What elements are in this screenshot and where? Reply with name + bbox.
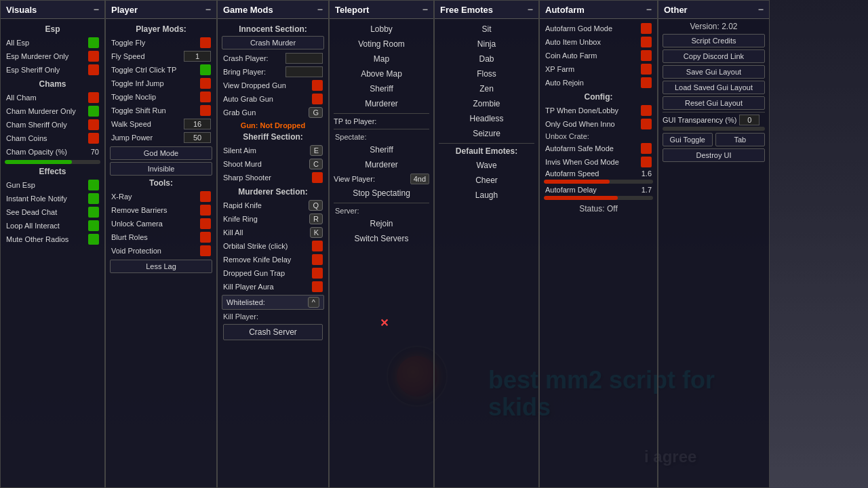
instant-role-toggle[interactable] [88,193,99,204]
esp-murderer-toggle[interactable] [88,51,99,62]
gun-esp-toggle[interactable] [88,180,99,190]
cham-opacity-slider[interactable] [5,160,100,164]
remove-knife-delay-toggle[interactable] [312,254,323,265]
tp-voting-room-btn[interactable]: Voting Room [334,37,429,52]
autofarm-delay-slider[interactable] [544,196,653,200]
void-protection-toggle[interactable] [200,245,211,256]
tp-map-btn[interactable]: Map [334,52,429,66]
cham-coins-toggle[interactable] [88,133,99,144]
toggle-inf-jump-btn[interactable] [200,78,211,89]
rejoin-btn[interactable]: Rejoin [334,216,429,231]
god-mode-btn[interactable]: God Mode [110,146,212,160]
loop-interact-toggle[interactable] [88,220,99,231]
emote-laugh-btn[interactable]: Laugh [439,188,534,203]
cham-murderer-toggle[interactable] [88,106,99,117]
gui-toggle-btn[interactable]: Gui Toggle [663,133,713,146]
reset-gui-layout-btn[interactable]: Reset Gui Layout [663,96,765,110]
config-section-label: Config: [544,92,653,102]
toggle-noclip-label: Toggle Noclip [111,93,200,101]
autofarm-delay-fill [544,196,618,200]
other-minimize[interactable]: − [758,4,764,15]
auto-grab-gun-toggle[interactable] [312,94,323,104]
emote-wave-btn[interactable]: Wave [439,158,534,173]
emote-zombie-btn[interactable]: Zombie [439,96,534,111]
autofarm-safe-mode-toggle[interactable] [641,143,652,154]
tp-murderer-btn[interactable]: Murderer [334,96,429,111]
tp-above-map-btn[interactable]: Above Map [334,66,429,81]
mute-radios-toggle[interactable] [88,234,99,245]
teleport-minimize[interactable]: − [422,4,428,15]
save-gui-layout-btn[interactable]: Save Gui Layout [663,65,765,79]
whitelisted-label: Whitelisted: [226,298,265,306]
auto-item-unbox-toggle[interactable] [641,37,652,47]
gui-transparency-slider[interactable] [663,127,765,131]
gamemods-header: Game Mods − [218,1,328,19]
toggle-shift-run-btn[interactable] [200,105,211,116]
sharp-shooter-toggle[interactable] [312,172,323,183]
walk-speed-input[interactable] [184,119,211,129]
other-header: Other − [658,1,769,19]
toggle-ctrl-tp-btn[interactable] [200,64,211,75]
bring-player-input[interactable] [285,66,323,77]
emote-cheer-btn[interactable]: Cheer [439,173,534,188]
autofarm-minimize[interactable]: − [646,4,652,15]
close-icon[interactable]: ✕ [380,317,389,329]
tp-when-done-toggle[interactable] [641,105,652,116]
tp-sheriff-btn[interactable]: Sheriff [334,81,429,96]
gamemods-minimize[interactable]: − [317,4,323,15]
dropped-gun-trap-toggle[interactable] [312,268,323,279]
auto-rejoin-toggle[interactable] [641,77,652,88]
emote-ninja-btn[interactable]: Ninja [439,37,534,52]
emote-zen-btn[interactable]: Zen [439,81,534,96]
xray-toggle[interactable] [200,191,211,202]
jump-power-input[interactable] [184,132,211,143]
tp-when-done-label: TP When Done/Lobby [545,106,641,115]
emote-dab-btn[interactable]: Dab [439,52,534,66]
remove-barriers-toggle[interactable] [200,205,211,216]
all-esp-toggle[interactable] [88,37,99,48]
autofarm-god-mode-toggle[interactable] [641,23,652,34]
emote-sit-btn[interactable]: Sit [439,22,534,37]
spectate-murderer-btn[interactable]: Murderer [334,157,429,172]
emote-seizure-btn[interactable]: Seizure [439,126,534,141]
see-dead-chat-toggle[interactable] [88,207,99,218]
orbital-strike-toggle[interactable] [312,241,323,251]
spectate-sheriff-btn[interactable]: Sheriff [334,142,429,157]
destroy-ui-btn[interactable]: Destroy UI [663,148,765,162]
script-credits-btn[interactable]: Script Credits [663,34,765,47]
cham-sheriff-toggle[interactable] [88,119,99,130]
copy-discord-link-btn[interactable]: Copy Discord Link [663,49,765,63]
view-dropped-gun-row: View Dropped Gun [222,79,324,92]
visuals-minimize[interactable]: − [94,4,99,15]
invisible-btn[interactable]: Invisible [110,162,212,176]
crash-player-input[interactable] [285,53,323,64]
emotes-minimize[interactable]: − [528,4,533,15]
all-cham-toggle[interactable] [88,92,99,103]
only-god-inno-toggle[interactable] [641,119,652,129]
unlock-camera-toggle[interactable] [200,218,211,229]
xp-farm-toggle[interactable] [641,64,652,75]
kill-player-aura-toggle[interactable] [312,281,323,292]
invis-god-mode-toggle[interactable] [641,157,652,167]
emote-floss-btn[interactable]: Floss [439,66,534,81]
toggle-fly-btn[interactable] [200,37,211,48]
coin-auto-farm-toggle[interactable] [641,50,652,61]
toggle-noclip-btn[interactable] [200,92,211,102]
switch-servers-btn[interactable]: Switch Servers [334,231,429,246]
less-lag-btn[interactable]: Less Lag [110,260,212,273]
crash-server-btn[interactable]: Crash Server [223,324,323,340]
tp-lobby-btn[interactable]: Lobby [334,22,429,37]
blurt-roles-toggle[interactable] [200,232,211,243]
esp-sheriff-toggle[interactable] [88,64,99,75]
view-player-value: 4nd [410,174,429,184]
gui-transparency-input[interactable] [739,115,760,125]
player-minimize[interactable]: − [205,4,211,15]
crash-murder-btn[interactable]: Crash Murder [222,36,324,49]
fly-speed-input[interactable] [184,51,211,62]
emote-headless-btn[interactable]: Headless [439,111,534,126]
tab-btn[interactable]: Tab [715,133,766,146]
view-dropped-gun-toggle[interactable] [312,80,323,91]
stop-spectating-btn[interactable]: Stop Spectating [334,186,429,201]
load-saved-gui-layout-btn[interactable]: Load Saved Gui Layout [663,81,765,94]
autofarm-speed-slider[interactable] [544,180,653,184]
